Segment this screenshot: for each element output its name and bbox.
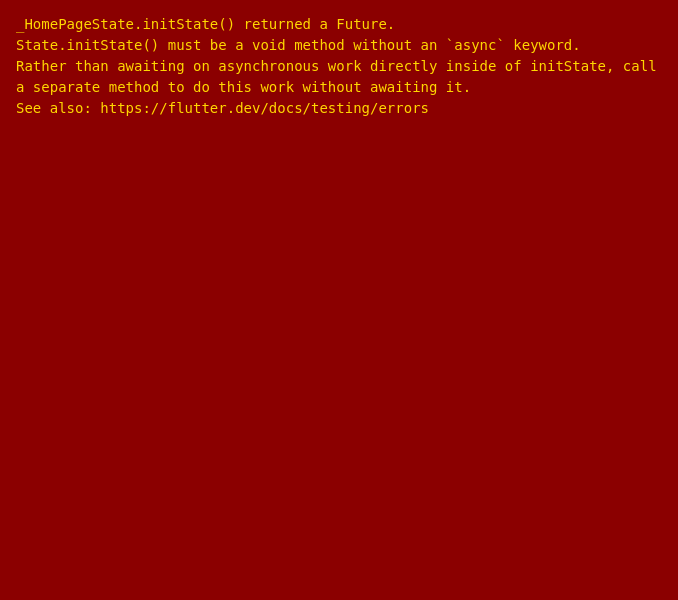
- terminal-output: _HomePageState.initState() returned a Fu…: [0, 0, 678, 600]
- error-message: _HomePageState.initState() returned a Fu…: [16, 14, 662, 119]
